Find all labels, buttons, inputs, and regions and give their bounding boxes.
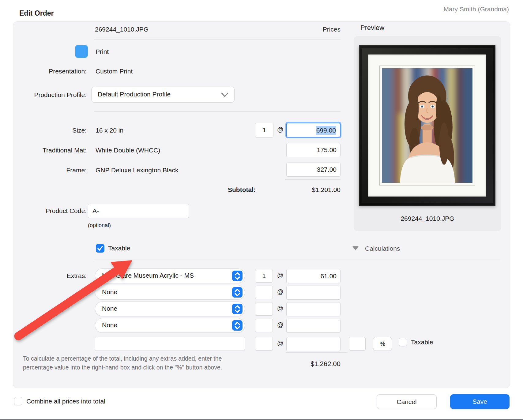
size-price-input[interactable]: 699.00 [286,123,341,137]
extras-qty-1[interactable]: 1 [255,269,273,283]
presentation-label: Presentation: [12,67,87,75]
extras-price-4[interactable] [286,319,341,333]
stepper-icon [232,287,243,298]
subtotal-value: $1,201.00 [286,186,341,193]
product-code-input[interactable]: A- [88,204,189,218]
size-qty-input[interactable]: 1 [255,123,273,137]
extras-price-1[interactable]: 61.00 [286,269,341,283]
frame-price-input[interactable]: 327.00 [286,163,341,177]
product-code-label: Product Code: [12,207,87,215]
preview-photo [382,68,472,183]
mat-value: White Double (WHCC) [96,146,160,154]
extras-select-3[interactable]: None [95,302,245,316]
extras-select-3-value: None [102,305,117,312]
divider [94,39,341,39]
mat-price-input[interactable]: 175.00 [286,143,341,157]
frame-value: GNP Deluxe Lexington Black [96,166,178,174]
at-symbol: @ [277,340,283,347]
portrait-photo [382,68,472,183]
combine-prices-checkbox[interactable] [14,397,22,405]
percent-value-input[interactable] [349,337,366,351]
product-code-hint: (optional) [88,222,111,229]
production-profile-label: Production Profile: [12,91,87,99]
filename-label: 269244_1010.JPG [95,26,149,33]
checkmark-icon [96,248,104,253]
save-button[interactable]: Save [450,394,510,409]
taxable-checkbox[interactable] [96,244,104,253]
customer-name: Mary Smith (Grandma) [443,6,509,13]
disclosure-triangle-icon[interactable] [352,246,359,250]
prices-column-header: Prices [306,26,341,33]
extras-select-2-value: None [102,288,117,296]
preview-caption: 269244_1010.JPG [354,215,501,222]
extras-select-4-value: None [102,321,117,329]
preview-inner-mat [379,66,475,186]
extras-qty-2[interactable] [255,286,273,299]
production-profile-select[interactable]: Default Production Profile [91,87,235,103]
extras-select-1[interactable]: Non-Glare Museum Acrylic - MS [95,268,245,283]
extras-price-3[interactable] [286,302,341,316]
frame-label: Frame: [12,166,87,174]
calculations-label[interactable]: Calculations [365,245,400,252]
window-bottom-edge [0,419,523,420]
at-symbol: @ [277,272,283,279]
preview-title: Preview [360,24,384,32]
custom-extra-qty[interactable] [255,337,273,351]
print-type-label: Print [96,48,109,56]
preview-mat [368,54,486,197]
help-text-line1: To calculate a percentage of the total, … [23,355,222,362]
extras-taxable-checkbox[interactable] [399,338,407,346]
extras-select-1-value: Non-Glare Museum Acrylic - MS [102,272,194,279]
presentation-value: Custom Print [96,67,133,75]
page-title: Edit Order [19,9,54,17]
edit-order-dialog: Edit Order Mary Smith (Grandma) 269244_1… [0,0,523,420]
at-symbol: @ [277,126,283,133]
stepper-icon [232,271,243,281]
subtotal-label: Subtotal: [184,186,256,193]
print-color-swatch[interactable] [75,45,88,58]
at-symbol: @ [277,305,283,312]
custom-extra-price[interactable] [286,337,341,351]
stepper-icon [232,320,243,331]
preview-frame [359,45,495,206]
extras-qty-3[interactable] [255,302,273,316]
combine-prices-label: Combine all prices into total [26,398,105,405]
help-text-line2: percentage value into the right-hand box… [23,364,222,371]
production-profile-value: Default Production Profile [98,91,171,98]
extras-price-2[interactable] [286,286,341,300]
at-symbol: @ [277,321,283,328]
extras-taxable-label: Taxable [411,338,433,346]
stepper-icon [232,304,243,314]
divider [286,352,348,353]
divider [94,111,341,112]
extras-select-4[interactable]: None [95,318,245,333]
chevron-down-icon [220,91,229,100]
mat-label: Traditional Mat: [12,146,87,154]
cancel-button[interactable]: Cancel [377,394,437,409]
divider [285,179,341,180]
custom-extra-name-input[interactable] [95,337,245,351]
divider [94,260,500,260]
size-label: Size: [12,126,87,134]
at-symbol: @ [277,288,283,295]
extras-select-2[interactable]: None [95,285,245,300]
size-value: 16 x 20 in [96,126,123,134]
selected-text: 699.00 [316,126,336,135]
percent-button[interactable]: % [373,337,392,351]
taxable-label: Taxable [108,244,130,252]
extras-qty-4[interactable] [255,319,273,332]
total-value: $1,262.00 [286,360,341,368]
extras-label: Extras: [12,272,87,280]
